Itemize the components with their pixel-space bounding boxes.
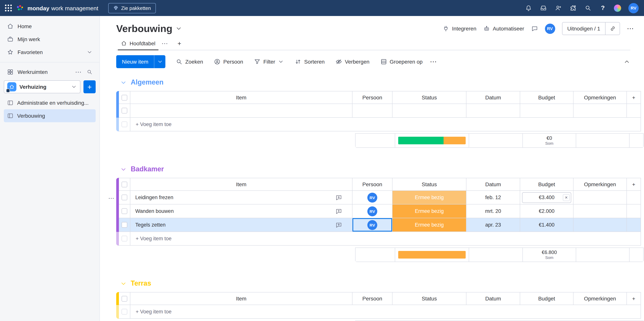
budget-cell[interactable]: €1.400	[520, 218, 574, 232]
chevron-down-icon[interactable]	[86, 49, 92, 55]
column-header-budget[interactable]: Budget	[520, 178, 574, 191]
automate-button[interactable]: Automatiseer	[483, 25, 524, 32]
clear-value-button[interactable]: ✕	[563, 194, 570, 201]
column-header-person[interactable]: Persoon	[352, 91, 392, 104]
group-name[interactable]: Badkamer	[131, 165, 164, 173]
column-header-budget[interactable]: Budget	[520, 91, 574, 104]
status-cell[interactable]	[392, 104, 466, 118]
user-avatar[interactable]: RV	[628, 3, 639, 13]
add-conversation-icon[interactable]	[335, 194, 342, 201]
column-header-date[interactable]: Datum	[466, 91, 520, 104]
column-header-status[interactable]: Status	[392, 178, 466, 191]
select-all-checkbox[interactable]	[119, 178, 130, 191]
invite-members-icon[interactable]	[554, 4, 562, 12]
sidebar-item-home[interactable]: Home	[4, 20, 96, 33]
inbox-icon[interactable]	[540, 4, 547, 12]
column-header-person[interactable]: Persoon	[352, 178, 392, 191]
add-board-button[interactable]: +	[84, 80, 96, 93]
sidebar-item-favorites[interactable]: Favorieten	[4, 46, 96, 59]
workspaces-options-icon[interactable]: ⋯	[75, 69, 82, 75]
notes-cell[interactable]	[574, 205, 627, 218]
tab-main-table[interactable]: Hoofdtabel	[116, 37, 160, 50]
person-cell-focused[interactable]: RV	[352, 218, 392, 232]
status-distribution-bar[interactable]	[398, 251, 466, 259]
column-header-item[interactable]: Item	[130, 91, 352, 104]
status-cell[interactable]: Ermee bezig	[392, 205, 466, 218]
select-all-checkbox[interactable]	[119, 292, 130, 305]
add-column-button[interactable]: +	[627, 91, 641, 104]
person-cell[interactable]: RV	[352, 191, 392, 205]
collapse-group-icon[interactable]	[120, 280, 127, 287]
person-filter-button[interactable]: Persoon	[210, 56, 246, 68]
notes-cell[interactable]	[574, 218, 627, 232]
budget-cell-editing[interactable]: €3.400 ✕	[522, 192, 571, 203]
collapse-group-icon[interactable]	[120, 166, 127, 173]
item-name-cell[interactable]: Leidingen frezen	[130, 191, 352, 205]
item-name-cell[interactable]	[130, 104, 352, 118]
row-checkbox[interactable]	[119, 191, 130, 205]
tab-options-icon[interactable]: ⋯	[160, 40, 170, 47]
collapse-group-icon[interactable]	[120, 79, 127, 86]
hide-columns-button[interactable]: Verbergen	[332, 56, 373, 68]
board-title-menu[interactable]: Verbouwing	[116, 23, 182, 34]
column-header-status[interactable]: Status	[392, 292, 466, 305]
item-name-cell[interactable]: Wanden bouwen	[130, 205, 352, 218]
integrate-button[interactable]: Integreren	[442, 25, 476, 32]
column-header-date[interactable]: Datum	[466, 178, 520, 191]
add-column-button[interactable]: +	[627, 178, 641, 191]
notes-cell[interactable]	[574, 191, 627, 205]
collapse-header-button[interactable]	[621, 56, 632, 67]
filter-button[interactable]: Filter	[250, 56, 287, 68]
search-icon[interactable]	[584, 4, 592, 12]
item-name-cell[interactable]: Tegels zetten	[130, 218, 352, 232]
sidebar-board-verbouwing[interactable]: Verbouwing	[4, 109, 96, 122]
see-plans-button[interactable]: Zie pakketten	[108, 3, 156, 13]
column-header-item[interactable]: Item	[130, 178, 352, 191]
group-by-button[interactable]: Groeperen op	[377, 56, 426, 68]
add-conversation-icon[interactable]	[335, 208, 342, 215]
board-discussion-button[interactable]	[531, 25, 538, 32]
date-cell[interactable]: apr. 23	[466, 218, 520, 232]
help-icon[interactable]: ?	[599, 4, 607, 12]
group-name[interactable]: Terras	[131, 280, 151, 288]
add-item-row[interactable]: + Voeg item toe	[119, 118, 641, 131]
add-conversation-icon[interactable]	[335, 221, 342, 228]
assistant-orb-icon[interactable]	[614, 4, 621, 11]
workspace-selector[interactable]: Verhuizing	[4, 80, 80, 93]
workspace-search-icon[interactable]	[86, 69, 92, 75]
monday-logo[interactable]	[16, 4, 24, 12]
apps-grid-icon[interactable]	[4, 4, 12, 12]
notifications-bell-icon[interactable]	[525, 4, 532, 12]
select-all-checkbox[interactable]	[119, 91, 130, 104]
board-subscriber-avatar[interactable]: RV	[545, 23, 555, 34]
row-menu-icon[interactable]: ⋯	[108, 195, 115, 202]
column-header-notes[interactable]: Opmerkingen	[574, 178, 627, 191]
add-item-label[interactable]: + Voeg item toe	[130, 232, 641, 246]
add-item-row[interactable]: + Voeg item toe	[119, 232, 641, 246]
add-item-row[interactable]: + Voeg item toe	[119, 305, 641, 319]
board-options-icon[interactable]: ⋯	[627, 25, 634, 32]
invite-button[interactable]: Uitnodigen / 1	[562, 22, 605, 35]
row-checkbox[interactable]	[119, 104, 130, 118]
apps-marketplace-icon[interactable]	[569, 4, 577, 12]
person-cell[interactable]: RV	[352, 205, 392, 218]
notes-cell[interactable]	[574, 104, 627, 118]
column-header-notes[interactable]: Opmerkingen	[574, 292, 627, 305]
budget-cell[interactable]	[520, 104, 574, 118]
column-header-notes[interactable]: Opmerkingen	[574, 91, 627, 104]
sort-button[interactable]: Sorteren	[291, 56, 328, 68]
toolbar-options-icon[interactable]: ⋯	[430, 58, 437, 65]
status-cell[interactable]: Ermee bezig	[392, 191, 466, 205]
add-item-label[interactable]: + Voeg item toe	[130, 305, 641, 319]
column-header-status[interactable]: Status	[392, 91, 466, 104]
column-header-person[interactable]: Persoon	[352, 292, 392, 305]
new-item-caret-button[interactable]	[154, 55, 166, 68]
add-item-label[interactable]: + Voeg item toe	[130, 118, 641, 131]
sidebar-board-administratie[interactable]: Administratie en verhuisding...	[4, 96, 96, 109]
column-header-date[interactable]: Datum	[466, 292, 520, 305]
copy-link-button[interactable]	[605, 22, 620, 35]
column-header-budget[interactable]: Budget	[520, 292, 574, 305]
search-button[interactable]: Zoeken	[172, 56, 206, 68]
sidebar-item-my-work[interactable]: Mijn werk	[4, 33, 96, 46]
add-column-button[interactable]: +	[627, 292, 641, 305]
